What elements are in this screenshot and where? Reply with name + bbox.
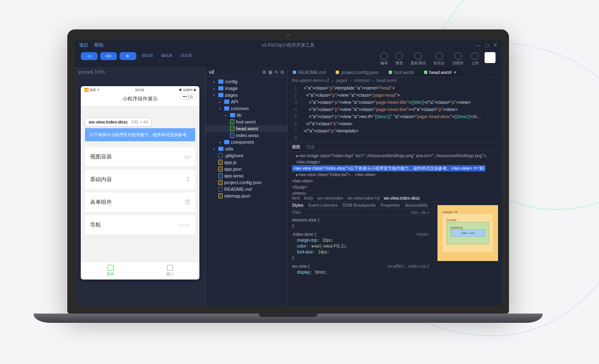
- component-category-1[interactable]: 基础内容𝕋: [85, 170, 195, 189]
- devtools-panel: 视图 日志 ▸<wx-image class="index-logo" src=…: [288, 142, 501, 306]
- project-root[interactable]: v2: [209, 69, 214, 74]
- elements-crumb[interactable]: wx-view.index-desc: [384, 196, 420, 200]
- tree-item[interactable]: ▾common: [206, 105, 287, 112]
- styles-subtab[interactable]: Event Listeners: [308, 203, 337, 208]
- tabbar-item-1[interactable]: 接口: [140, 262, 199, 280]
- phone-status-time: 10:01: [135, 88, 145, 92]
- menu-help[interactable]: 帮助: [94, 42, 103, 48]
- tree-item[interactable]: ▸utils: [206, 145, 287, 152]
- tree-item[interactable]: ▸config: [206, 78, 287, 85]
- styles-subtab[interactable]: Accessibility: [405, 203, 428, 208]
- new-folder-icon[interactable]: ▣: [268, 70, 272, 74]
- elements-tree[interactable]: ▸<wx-image class="index-logo" src="../re…: [288, 152, 501, 195]
- devtools-tab-log[interactable]: 日志: [306, 144, 315, 150]
- tree-item[interactable]: ▸component: [206, 139, 287, 145]
- box-model: margin 10 border - padding - 240 × 44 -: [434, 202, 501, 306]
- menu-project[interactable]: 项目: [79, 42, 88, 48]
- capsule-button[interactable]: ••• | ⊙: [180, 94, 196, 100]
- tree-item[interactable]: app.js: [206, 159, 287, 166]
- devtools-tab-view[interactable]: 视图: [292, 144, 300, 150]
- avatar[interactable]: [485, 52, 496, 63]
- tree-item[interactable]: ▸lib: [206, 112, 287, 119]
- elements-crumb[interactable]: wx-view.index: [318, 196, 344, 200]
- new-file-icon[interactable]: ⊞: [262, 70, 266, 74]
- tree-item[interactable]: .gitignore: [206, 152, 287, 159]
- component-category-2[interactable]: 表单组件☰: [85, 193, 195, 212]
- styles-subtab[interactable]: Properties: [381, 203, 400, 208]
- menu-bar: 项目 帮助 — ▢ ✕: [75, 40, 501, 50]
- cls-toggle[interactable]: .cls: [419, 210, 426, 215]
- phone-preview: 📶 IDE ᯤ 10:01 ✱ 100% ■ 小程序组件展示 ••• | ⊙ w…: [81, 86, 199, 280]
- action-background[interactable]: 切后台: [433, 52, 445, 66]
- action-preview[interactable]: 预览: [395, 52, 403, 66]
- tree-item[interactable]: index.wxss: [206, 132, 287, 139]
- tree-item[interactable]: sitemap.json: [206, 193, 287, 199]
- editor-tab-2[interactable]: foot.wxml: [384, 68, 419, 77]
- component-category-3[interactable]: 导航○○○: [85, 215, 195, 235]
- editor-tab-0[interactable]: README.md: [288, 68, 331, 77]
- hov-toggle[interactable]: :hov: [411, 210, 419, 215]
- tree-item[interactable]: ▾pages: [206, 92, 287, 98]
- css-rule-element-style[interactable]: element.style {}: [288, 216, 434, 230]
- elements-crumb[interactable]: wx-view.index-hd: [347, 196, 379, 200]
- elements-crumb[interactable]: html: [292, 196, 300, 200]
- css-rule-wx-view[interactable]: localfile:/…index.css:2 wx-view { displa…: [288, 262, 434, 277]
- tree-item[interactable]: ▸API: [206, 98, 287, 105]
- tree-item[interactable]: foot.wxml: [206, 119, 287, 125]
- tree-item[interactable]: app.wxss: [206, 172, 287, 179]
- editor-tab-1[interactable]: project.config.json: [331, 68, 384, 77]
- tree-item[interactable]: project.config.json: [206, 179, 287, 186]
- toolbar: ▭</>⊪模拟器编辑器调试器 编译预览真机调试切后台清缓存上传: [75, 50, 501, 68]
- mode-tab-1[interactable]: </>: [100, 52, 117, 60]
- action-upload[interactable]: 上传: [471, 52, 479, 66]
- window-close[interactable]: ✕: [493, 42, 497, 48]
- window-maximize[interactable]: ▢: [485, 42, 489, 48]
- tab-overflow[interactable]: ⋯: [490, 70, 501, 75]
- inspect-selector: wx-view.index-desc: [89, 120, 128, 124]
- styles-subtab[interactable]: Styles: [292, 203, 303, 208]
- simulator-device-label: iphone6 100%: [75, 68, 205, 76]
- tree-item[interactable]: README.md: [206, 186, 287, 193]
- phone-page-title: 小程序组件展示: [122, 96, 158, 102]
- component-category-0[interactable]: 视图容器▭: [85, 147, 195, 166]
- styles-subtab[interactable]: DOM Breakpoints: [342, 203, 376, 208]
- mode-tab-0[interactable]: ▭: [81, 52, 98, 60]
- tree-item[interactable]: app.json: [206, 166, 287, 172]
- editor-tab-3[interactable]: head.wxml ×: [419, 68, 461, 77]
- inspect-size: 240 × 44: [131, 120, 148, 124]
- refresh-icon[interactable]: ↻: [275, 70, 278, 74]
- styles-filter[interactable]: Filter: [292, 210, 301, 215]
- collapse-icon[interactable]: ⊟: [281, 70, 284, 74]
- tabbar-item-0[interactable]: 组件: [81, 262, 140, 280]
- tree-item[interactable]: ▸image: [206, 85, 287, 92]
- simulator-panel: iphone6 100% 📶 IDE ᯤ 10:01 ✱ 100% ■ 小程序组…: [75, 68, 205, 306]
- code-editor[interactable]: 12345678 <"a">class="p">template "a">nam…: [288, 84, 501, 142]
- laptop-mockup: 项目 帮助 — ▢ ✕ v2-FinClip小程序开发工具 ▭</>⊪模拟器编辑…: [67, 29, 509, 323]
- window-minimize[interactable]: —: [476, 42, 481, 48]
- phone-status-right: ✱ 100% ■: [179, 88, 196, 92]
- tree-item[interactable]: head.wxml: [206, 125, 287, 132]
- inspect-tooltip: wx-view.index-desc 240 × 44: [85, 118, 151, 127]
- mode-tab-2[interactable]: ⊪: [119, 52, 136, 60]
- selected-desc-view[interactable]: 以下将展示小程序官方组件能力，组件样式仅供参考。: [85, 128, 195, 141]
- add-rule[interactable]: +: [427, 210, 429, 215]
- phone-status-left: 📶 IDE ᯤ: [84, 88, 101, 92]
- elements-crumb[interactable]: body: [304, 196, 313, 200]
- breadcrumb: fino-applet-demo-v2›pages›common›head.wx…: [288, 77, 501, 84]
- css-rule-index-desc[interactable]: <style> .index-desc { margin-top: 10px; …: [288, 230, 434, 262]
- action-compile[interactable]: 编译: [380, 52, 388, 66]
- file-explorer: v2 ⊞ ▣ ↻ ⊟ ▸config▸image▾pages▸API▾commo…: [205, 68, 288, 306]
- ide-window: 项目 帮助 — ▢ ✕ v2-FinClip小程序开发工具 ▭</>⊪模拟器编辑…: [75, 40, 501, 306]
- action-cache[interactable]: 清缓存: [452, 52, 464, 66]
- action-remote[interactable]: 真机调试: [411, 52, 426, 66]
- editor-panel: README.mdproject.config.jsonfoot.wxmlhea…: [288, 68, 501, 306]
